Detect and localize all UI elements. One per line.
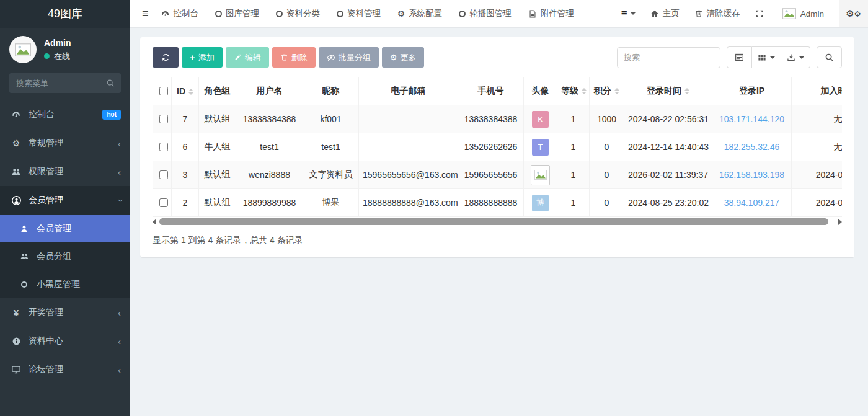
chevron-left-icon: ‹: [118, 365, 121, 374]
cell-level: 1: [557, 189, 590, 217]
home-button[interactable]: 主页: [650, 8, 680, 19]
topnav-data[interactable]: 资料管理: [337, 8, 381, 19]
caret-down-icon: [770, 56, 775, 59]
avatar-letter: 博: [532, 195, 549, 211]
cell-phone: 15965655656: [458, 161, 524, 189]
search-icon: [106, 79, 115, 87]
ip-link[interactable]: 103.171.144.120: [719, 114, 784, 124]
search-submit-button[interactable]: [817, 46, 842, 68]
users-icon: [17, 252, 31, 261]
ip-link[interactable]: 38.94.109.217: [724, 198, 780, 208]
ip-link[interactable]: 162.158.193.198: [719, 170, 784, 180]
app-logo[interactable]: 49图库: [0, 0, 130, 28]
dashboard-icon: [9, 110, 23, 120]
sidebar-item-label: 常规管理: [29, 138, 118, 149]
sidebar-subitem-blackhouse[interactable]: 小黑屋管理: [0, 270, 130, 298]
scroll-right-arrow-icon[interactable]: [838, 219, 842, 225]
select-all-checkbox[interactable]: [159, 87, 168, 95]
row-checkbox[interactable]: [159, 115, 168, 123]
table-search-input[interactable]: [617, 47, 720, 68]
sidebar-search-input[interactable]: [9, 73, 121, 93]
toggle-view-button[interactable]: [727, 46, 752, 68]
column-header[interactable]: 积分: [590, 77, 624, 105]
table-row[interactable]: 7默认组13838384388kf00113838384388K11000202…: [153, 105, 843, 133]
hamburger-menu-icon[interactable]: ≡: [130, 7, 161, 20]
export-button[interactable]: [781, 46, 810, 68]
fullscreen-button[interactable]: [755, 9, 768, 18]
sidebar-group-member: 会员管理 ‹ 会员管理 会员分组 小黑屋管理: [0, 186, 130, 298]
cell-level: 1: [557, 105, 590, 133]
ip-link[interactable]: 182.255.32.46: [724, 142, 780, 152]
topnav-sysconfig[interactable]: ⚙ 系统配置: [397, 8, 442, 19]
column-header: 手机号: [458, 77, 524, 105]
clear-cache-button[interactable]: 清除缓存: [694, 8, 740, 19]
cell-username: 13838384388: [236, 105, 303, 133]
table-view-buttons: [727, 46, 810, 68]
column-header[interactable]: 等级: [557, 77, 590, 105]
sidebar-item-dashboard[interactable]: 控制台 hot: [0, 100, 130, 129]
batch-group-button[interactable]: 批量分组: [319, 47, 379, 68]
sidebar-subitem-member-manage[interactable]: 会员管理: [0, 215, 130, 242]
cell-score: 0: [590, 189, 624, 217]
topnav-gallery[interactable]: 图库管理: [215, 8, 259, 19]
sort-icon[interactable]: [684, 88, 689, 94]
user-status[interactable]: 在线: [44, 51, 71, 62]
member-table: ID角色组用户名昵称电子邮箱手机号头像等级积分登录时间登录IP加入时间 7默认组…: [153, 77, 842, 217]
avatar-letter: T: [532, 139, 549, 156]
sort-icon[interactable]: [614, 88, 619, 94]
eye-slash-icon: [327, 53, 335, 62]
sidebar-item-lottery[interactable]: ¥ 开奖管理 ‹: [0, 298, 130, 327]
topnav-dashboard[interactable]: 控制台: [161, 8, 199, 19]
sidebar-subitem-member-group[interactable]: 会员分组: [0, 242, 130, 270]
sidebar-item-label: 开奖管理: [29, 307, 118, 318]
scrollbar-thumb[interactable]: [159, 218, 828, 225]
topnav-attachment[interactable]: 附件管理: [528, 8, 574, 19]
row-checkbox[interactable]: [159, 170, 168, 179]
table-row[interactable]: 6牛人组test1test113526262626T102024-12-14 1…: [153, 133, 843, 161]
row-checkbox[interactable]: [159, 198, 168, 207]
column-header[interactable]: 登录时间: [624, 77, 712, 105]
avatar-letter: K: [532, 111, 549, 128]
scrollbar-track[interactable]: [159, 218, 835, 225]
trash-icon: [280, 53, 288, 61]
edit-button[interactable]: 编辑: [226, 47, 269, 68]
plus-icon: +: [190, 52, 195, 63]
add-button[interactable]: + 添加: [182, 47, 223, 68]
tabs-list-dropdown[interactable]: ≡: [621, 7, 636, 20]
refresh-button[interactable]: [153, 47, 179, 68]
scroll-left-arrow-icon[interactable]: [153, 219, 156, 225]
topnav-carousel[interactable]: 轮播图管理: [459, 8, 512, 19]
sidebar-item-label: 论坛管理: [29, 364, 118, 375]
cell-group: 牛人组: [199, 133, 236, 161]
topnav-category[interactable]: 资料分类: [276, 8, 320, 19]
sidebar-item-auth[interactable]: 权限管理 ‹: [0, 157, 130, 186]
sidebar-item-datacenter[interactable]: 资料中心 ‹: [0, 327, 130, 355]
hot-badge: hot: [102, 110, 121, 120]
sidebar-item-general[interactable]: ⚙ 常规管理 ‹: [0, 129, 130, 157]
sidebar-item-forum[interactable]: 论坛管理 ‹: [0, 355, 130, 384]
cell-email: 15965655656@163.com: [359, 161, 458, 189]
table-row[interactable]: 2默认组18899889988博果18888888888@163.com1888…: [153, 189, 843, 217]
main-content: + 添加 编辑 删除 批量分组 ⚙: [130, 28, 868, 416]
delete-button[interactable]: 删除: [272, 47, 316, 68]
clear-cache-label: 清除缓存: [707, 8, 740, 19]
column-header[interactable]: ID: [172, 77, 199, 105]
pagination-summary: 显示第 1 到第 4 条记录，总共 4 条记录: [153, 235, 842, 246]
cell-score: 0: [590, 133, 624, 161]
sidebar-item-member[interactable]: 会员管理 ‹: [0, 186, 130, 215]
sidebar-submenu: 会员管理 会员分组 小黑屋管理: [0, 215, 130, 298]
columns-button[interactable]: [752, 46, 781, 68]
horizontal-scrollbar[interactable]: [153, 218, 842, 226]
sort-icon[interactable]: [582, 88, 587, 94]
user-status-label: 在线: [54, 51, 70, 62]
caret-down-icon: [799, 56, 804, 59]
add-label: 添加: [198, 52, 215, 63]
row-checkbox[interactable]: [159, 143, 168, 151]
table-row[interactable]: 3默认组wenzi8888文字资料员15965655656@163.com159…: [153, 161, 843, 189]
more-button[interactable]: ⚙ 更多: [382, 47, 425, 68]
user-panel: Admin 在线: [0, 28, 130, 68]
admin-profile[interactable]: Admin: [782, 8, 824, 19]
sort-icon[interactable]: [188, 89, 193, 95]
settings-gears-button[interactable]: ⚙⚙: [839, 0, 868, 27]
sidebar-item-label: 小黑屋管理: [37, 279, 121, 290]
